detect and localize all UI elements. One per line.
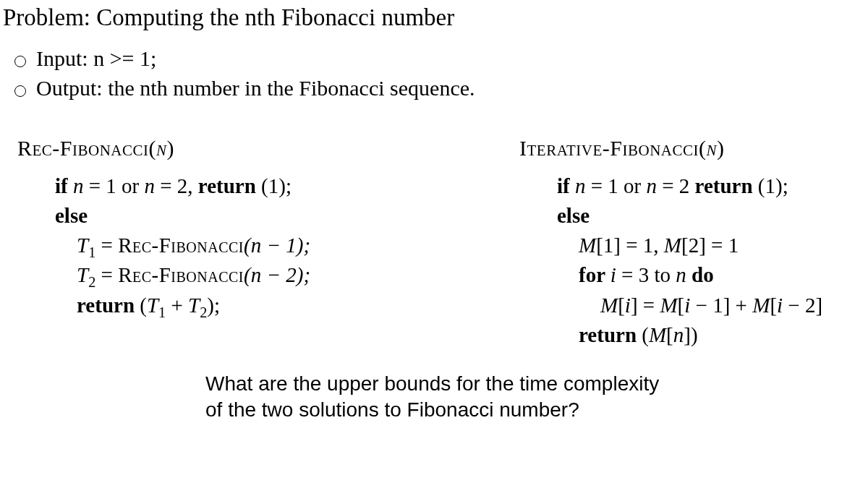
iter-name: Iterative-Fibonacci(n) [519, 136, 865, 161]
question-line2: of the two solutions to Fibonacci number… [205, 397, 865, 423]
rec-body: if n = 1 or n = 2, return (1); else T1 =… [17, 172, 480, 320]
iter-body: if n = 1 or n = 2 return (1); else M[1] … [519, 172, 865, 349]
rec-line-t1: T1 = Rec-Fibonacci(n − 1); [55, 231, 480, 260]
output-item: Output: the nth number in the Fibonacci … [14, 74, 865, 103]
question-block: What are the upper bounds for the time c… [3, 371, 865, 424]
rec-line-if: if n = 1 or n = 2, return (1); [55, 172, 480, 200]
iter-line-if: if n = 1 or n = 2 return (1); [557, 172, 865, 200]
circle-icon [14, 85, 26, 97]
output-text: Output: the nth number in the Fibonacci … [36, 74, 475, 103]
rec-line-t2: T2 = Rec-Fibonacci(n − 2); [55, 261, 480, 289]
iter-line-for: for i = 3 to n do [557, 261, 865, 289]
page-root: Problem: Computing the nth Fibonacci num… [0, 0, 868, 424]
iter-line-else: else [557, 202, 865, 230]
input-item: Input: n >= 1; [14, 44, 865, 74]
circle-icon [14, 56, 26, 67]
iter-line-return: return (M[n]) [557, 321, 865, 349]
problem-title: Problem: Computing the nth Fibonacci num… [3, 4, 865, 31]
algorithms-row: Rec-Fibonacci(n) if n = 1 or n = 2, retu… [3, 136, 865, 351]
rec-line-else: else [55, 202, 480, 230]
iter-line-init: M[1] = 1, M[2] = 1 [557, 231, 865, 260]
iter-name-arg: n [706, 136, 717, 160]
recursive-algorithm: Rec-Fibonacci(n) if n = 1 or n = 2, retu… [3, 136, 480, 351]
rec-line-return: return (T1 + T2); [55, 291, 480, 320]
input-text: Input: n >= 1; [36, 44, 156, 74]
question-line1: What are the upper bounds for the time c… [205, 371, 865, 397]
rec-name-arg: n [156, 136, 167, 160]
iter-name-fn: Iterative-Fibonacci [519, 136, 699, 160]
io-list: Input: n >= 1; Output: the nth number in… [3, 44, 865, 103]
rec-name: Rec-Fibonacci(n) [17, 136, 480, 161]
iter-line-recur: M[i] = M[i − 1] + M[i − 2] [557, 291, 865, 320]
rec-name-fn: Rec-Fibonacci [17, 136, 149, 160]
iterative-algorithm: Iterative-Fibonacci(n) if n = 1 or n = 2… [480, 136, 865, 351]
